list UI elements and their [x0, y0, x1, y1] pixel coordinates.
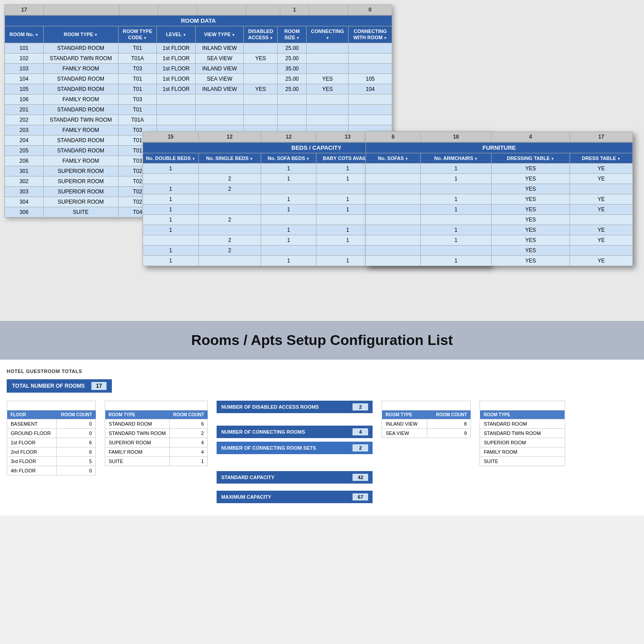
list-item: BASEMENT0: [7, 419, 96, 429]
rooms-per-view-table: ROOMS PER VIEW TYPE ROOM TYPE ROOM COUNT…: [381, 401, 471, 438]
view-type-col-header: ROOM TYPE: [382, 410, 427, 419]
rooms-per-view-header: ROOMS PER VIEW TYPE: [382, 401, 471, 410]
bottom-section: HOTEL GUESTROOM TOTALS TOTAL NUMBER OF R…: [0, 360, 644, 516]
col-room-type-code[interactable]: ROOM TYPE CODE: [118, 26, 157, 43]
table-row: 102STANDARD TWIN ROOMT01A1st FLOORSEA VI…: [5, 53, 392, 63]
room-data-header: ROOM DATA: [5, 16, 392, 26]
connecting-sets-value: 2: [353, 444, 368, 451]
type-col-header: ROOM TYPE: [105, 410, 170, 419]
col-level[interactable]: LEVEL: [157, 26, 196, 43]
rooms-per-floor-column: ROOMS PER FLOOR FLOOR ROOM COUNT BASEMEN…: [7, 401, 96, 476]
col-view-type[interactable]: VIEW TYPE: [196, 26, 244, 43]
total-rooms-label: TOTAL NUMBER OF ROOMS: [12, 383, 85, 389]
list-item: FAMILY ROOM: [480, 447, 565, 457]
col-connecting[interactable]: CONNECTING: [307, 26, 349, 43]
table-row: YES: [366, 215, 633, 225]
table-row: 103FAMILY ROOMT031st FLOORINLAND VIEW35.…: [5, 63, 392, 74]
list-item: SUPERIOR ROOM4: [105, 438, 208, 447]
col-sofa-beds[interactable]: No. SOFA BEDS: [261, 153, 316, 164]
furniture-header: FURNITURE: [366, 143, 633, 153]
table-row: 1YESYE: [366, 174, 633, 184]
page-title: Rooms / Apts Setup Configuration List: [9, 332, 635, 349]
list-item: SUPERIOR ROOM: [480, 438, 565, 447]
list-item: STANDARD TWIN ROOM2: [105, 429, 208, 438]
middle-stats-column: NUMBER OF DISABLED ACCESS ROOMS 2 NUMBER…: [217, 401, 373, 507]
col-disabled-access[interactable]: DISABLED ACCESS: [244, 26, 278, 43]
hotel-totals-label: HOTEL GUESTROOM TOTALS: [7, 369, 637, 374]
col-sofas[interactable]: No. SOFAS: [366, 153, 421, 164]
col-double-beds[interactable]: No. DOUBLE BEDS: [143, 153, 199, 164]
list-item: STANDARD TWIN ROOM: [480, 429, 565, 438]
connecting-rooms-value: 4: [353, 428, 368, 435]
disabled-access-stat: NUMBER OF DISABLED ACCESS ROOMS 2: [217, 401, 373, 413]
table-row: 202STANDARD TWIN ROOMT01A: [5, 115, 392, 125]
col-room-size[interactable]: ROOM SIZE: [278, 26, 307, 43]
stats-grid: ROOMS PER FLOOR FLOOR ROOM COUNT BASEMEN…: [7, 401, 637, 507]
list-item: SUITE: [480, 457, 565, 466]
list-item: SEA VIEW9: [382, 429, 471, 438]
list-item: INLAND VIEW8: [382, 419, 471, 429]
row-num-17: 17: [5, 5, 44, 15]
rooms-per-type-column: ROOMS PER ROOM TYPE ROOM TYPE ROOM COUNT…: [105, 401, 208, 466]
table-row: 1YESYE: [366, 256, 633, 266]
furniture-table-wrapper: 6 18 4 17 FURNITURE No. SOFAS No. ARMCHA…: [365, 131, 633, 266]
disabled-access-value: 2: [353, 403, 368, 410]
standard-capacity-label: STANDARD CAPACITY: [221, 475, 274, 480]
col-single-beds[interactable]: No. SINGLE BEDS: [198, 153, 261, 164]
standard-capacity-value: 42: [353, 474, 368, 481]
max-capacity-label: MAXIMUM CAPACITY: [221, 494, 271, 500]
floor-count-col-header: ROOM COUNT: [56, 410, 95, 419]
list-item: GROUND FLOOR0: [7, 429, 96, 438]
row-num-0: 0: [348, 5, 392, 15]
rooms-availability-header: ROOMS AVAILABILITY BY ROOM: [480, 401, 565, 410]
furniture-table: FURNITURE No. SOFAS No. ARMCHAIRS DRESSI…: [365, 142, 633, 266]
connecting-rooms-stat: NUMBER OF CONNECTING ROOMS 4: [217, 426, 373, 438]
col-dressing-table[interactable]: DRESSING TABLE: [491, 153, 570, 164]
col-dress-table[interactable]: DRESS TABLE: [570, 153, 633, 164]
rooms-per-type-header: ROOMS PER ROOM TYPE: [105, 401, 208, 410]
table-row: 201STANDARD ROOMT01: [5, 104, 392, 115]
list-item: STANDARD ROOM6: [105, 419, 208, 429]
col-connecting-with-room[interactable]: CONNECTING WITH ROOM: [349, 26, 392, 43]
table-row: YES: [366, 184, 633, 194]
col-room-type[interactable]: ROOM TYPE: [43, 26, 118, 43]
total-rooms-box: TOTAL NUMBER OF ROOMS 17: [7, 379, 112, 393]
list-item: 1st FLOOR6: [7, 438, 96, 447]
avail-type-col-header: ROOM TYPE: [480, 410, 565, 419]
furniture-row-numbers: 6 18 4 17: [365, 131, 633, 142]
rooms-per-view-column: ROOMS PER VIEW TYPE ROOM TYPE ROOM COUNT…: [381, 401, 471, 438]
rooms-per-floor-header: ROOMS PER FLOOR: [7, 401, 96, 410]
list-item: 2nd FLOOR6: [7, 447, 96, 457]
view-count-col-header: ROOM COUNT: [427, 410, 471, 419]
list-item: STANDARD ROOM: [480, 419, 565, 429]
rooms-availability-column: ROOMS AVAILABILITY BY ROOM ROOM TYPE STA…: [480, 401, 565, 466]
table-row: 1YESYE: [366, 194, 633, 205]
type-count-col-header: ROOM COUNT: [169, 410, 207, 419]
col-armchairs[interactable]: No. ARMCHAIRS: [421, 153, 492, 164]
rooms-availability-table: ROOMS AVAILABILITY BY ROOM ROOM TYPE STA…: [480, 401, 565, 466]
max-capacity-stat: MAXIMUM CAPACITY 67: [217, 491, 373, 503]
col-room-no[interactable]: ROOM No.: [5, 26, 44, 43]
max-capacity-value: 67: [353, 493, 368, 500]
page-title-bar: Rooms / Apts Setup Configuration List: [0, 321, 644, 360]
rooms-per-floor-table: ROOMS PER FLOOR FLOOR ROOM COUNT BASEMEN…: [7, 401, 96, 476]
row-num-1: 1: [280, 5, 309, 15]
table-row: 106FAMILY ROOMT03: [5, 94, 392, 104]
table-row: 105STANDARD ROOMT011st FLOORINLAND VIEWY…: [5, 84, 392, 94]
list-item: SUITE1: [105, 457, 208, 466]
list-item: 3rd FLOOR5: [7, 457, 96, 466]
table-row: 104STANDARD ROOMT011st FLOORSEA VIEW25.0…: [5, 74, 392, 84]
table-row: 1YESYE: [366, 164, 633, 174]
disabled-access-label: NUMBER OF DISABLED ACCESS ROOMS: [221, 404, 319, 410]
connecting-sets-stat: NUMBER OF CONNECTING ROOM SETS 2: [217, 442, 373, 454]
list-item: FAMILY ROOM4: [105, 447, 208, 457]
list-item: 4th FLOOR0: [7, 466, 96, 476]
spreadsheet-area: 17 1 0 ROOM DATA ROOM No.: [0, 0, 644, 321]
table-row: YES: [366, 246, 633, 256]
rooms-per-type-table: ROOMS PER ROOM TYPE ROOM TYPE ROOM COUNT…: [105, 401, 208, 466]
connecting-sets-label: NUMBER OF CONNECTING ROOM SETS: [221, 445, 316, 451]
connecting-rooms-label: NUMBER OF CONNECTING ROOMS: [221, 429, 305, 435]
table-row: 1YESYE: [366, 235, 633, 246]
row-numbers-top: 17 1 0: [4, 4, 392, 15]
table-row: 101STANDARD ROOMT011st FLOORINLAND VIEW2…: [5, 43, 392, 53]
